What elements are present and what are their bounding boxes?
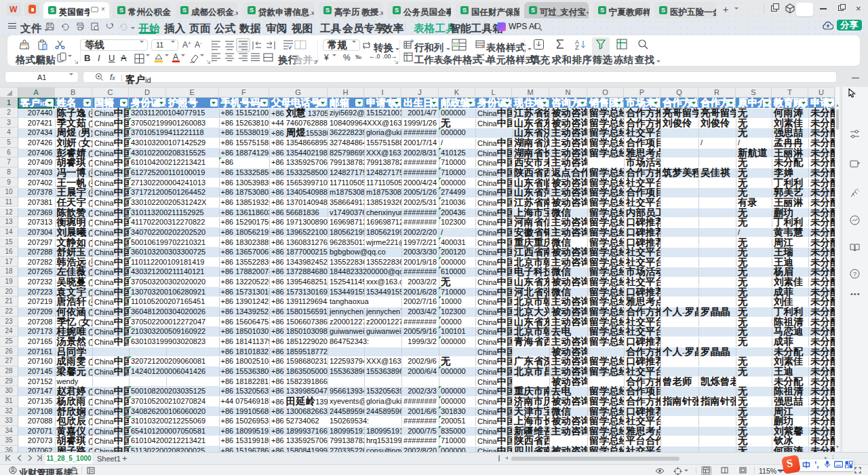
svg-text:Z: Z — [575, 44, 579, 50]
svg-text:?: ? — [853, 271, 856, 278]
